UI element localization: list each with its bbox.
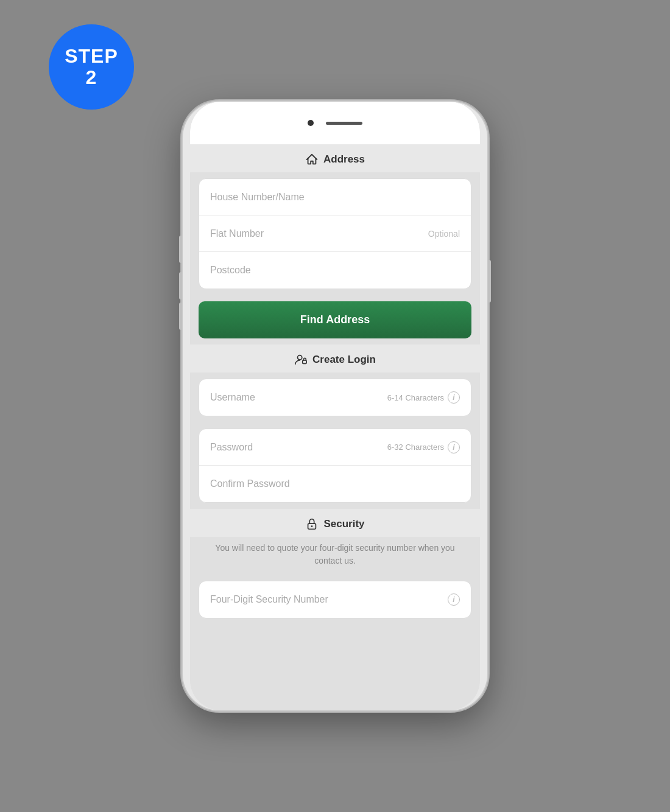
password-field[interactable]: Password 6-32 Characters i <box>199 429 471 466</box>
house-number-placeholder: House Number/Name <box>210 192 305 203</box>
home-icon <box>305 153 319 166</box>
svg-rect-1 <box>303 360 306 364</box>
postcode-placeholder: Postcode <box>210 265 251 276</box>
security-header-label: Security <box>323 518 364 530</box>
password-card: Password 6-32 Characters i Confirm Passw… <box>199 429 471 503</box>
confirm-password-placeholder: Confirm Password <box>210 478 290 489</box>
password-placeholder: Password <box>210 442 253 453</box>
login-section-header: Create Login <box>190 345 480 373</box>
svg-point-0 <box>298 355 302 360</box>
security-number-field[interactable]: Four-Digit Security Number i <box>199 581 471 618</box>
confirm-password-field[interactable]: Confirm Password <box>199 466 471 502</box>
login-header-label: Create Login <box>312 354 376 366</box>
find-address-button[interactable]: Find Address <box>199 301 471 338</box>
phone-speaker <box>326 122 362 125</box>
address-section-header: Address <box>190 144 480 172</box>
flat-optional-label: Optional <box>428 229 460 239</box>
username-hint: 6-14 Characters i <box>387 391 460 404</box>
flat-number-placeholder: Flat Number <box>210 228 264 239</box>
lock-icon <box>305 517 319 531</box>
security-card: Four-Digit Security Number i <box>199 581 471 618</box>
phone-top-bar <box>190 102 480 144</box>
phone-content: Address House Number/Name Flat Number Op… <box>190 144 480 710</box>
password-info-icon[interactable]: i <box>448 441 460 453</box>
phone-camera <box>308 120 314 126</box>
step-badge: STEP2 <box>49 24 134 110</box>
username-placeholder: Username <box>210 392 255 403</box>
step-badge-text: STEP2 <box>65 46 118 88</box>
security-number-placeholder: Four-Digit Security Number <box>210 594 328 605</box>
username-info-icon[interactable]: i <box>448 391 460 404</box>
username-field[interactable]: Username 6-14 Characters i <box>199 379 471 416</box>
flat-number-field[interactable]: Flat Number Optional <box>199 215 471 252</box>
security-info-icon[interactable]: i <box>448 593 460 606</box>
phone-shell: Address House Number/Name Flat Number Op… <box>183 102 487 710</box>
username-card: Username 6-14 Characters i <box>199 379 471 416</box>
security-section-header: Security <box>190 509 480 537</box>
house-number-field[interactable]: House Number/Name <box>199 179 471 215</box>
address-form-card: House Number/Name Flat Number Optional P… <box>199 178 471 289</box>
phone-screen: Address House Number/Name Flat Number Op… <box>190 102 480 710</box>
password-hint: 6-32 Characters i <box>387 441 460 453</box>
address-header-label: Address <box>323 153 365 166</box>
svg-point-3 <box>311 525 313 527</box>
postcode-field[interactable]: Postcode <box>199 252 471 289</box>
user-lock-icon <box>294 353 308 366</box>
security-description: You will need to quote your four-digit s… <box>190 537 480 575</box>
